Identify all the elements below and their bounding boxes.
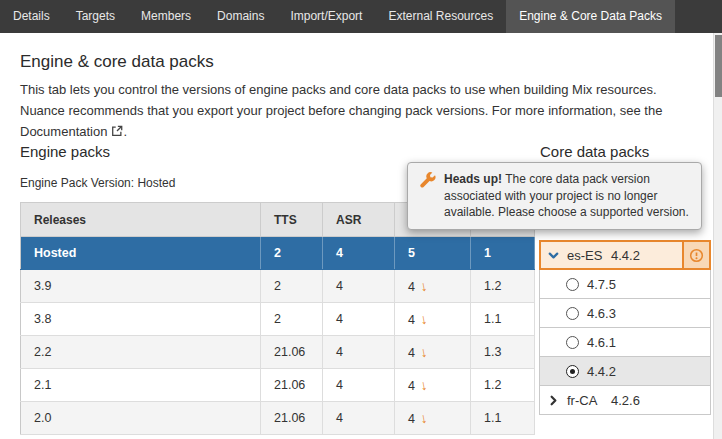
warning-icon[interactable] (682, 242, 709, 268)
pack-row-es-es[interactable]: es-ES4.4.2 (539, 240, 711, 270)
tab-targets[interactable]: Targets (63, 0, 128, 33)
value-cell: 4 (323, 402, 395, 435)
column-header-asr: ASR (323, 203, 395, 237)
project-tab-bar: DetailsTargetsMembersDomainsImport/Expor… (0, 0, 722, 33)
radio-icon[interactable] (566, 307, 579, 320)
engine-pack-row-2.1[interactable]: 2.121.0644↓1.2 (21, 369, 535, 402)
pack-version-option-4.6.3[interactable]: 4.6.3 (539, 299, 711, 328)
release-cell: 3.9 (21, 270, 261, 303)
engine-packs-heading: Engine packs (20, 143, 110, 160)
vertical-scrollbar[interactable] (713, 33, 722, 439)
value-cell: 4 (323, 369, 395, 402)
tab-import-export[interactable]: Import/Export (277, 0, 375, 33)
downgrade-arrow-icon: ↓ (419, 311, 429, 328)
pack-version-label: 4.4.2 (611, 248, 640, 263)
engine-pack-row-hosted[interactable]: Hosted2451 (21, 237, 535, 270)
pack-version-option-4.6.1[interactable]: 4.6.1 (539, 328, 711, 357)
tab-domains[interactable]: Domains (204, 0, 277, 33)
pack-locale-label: es-ES (567, 248, 609, 263)
wrench-icon (420, 172, 436, 221)
engine-pack-row-2.0[interactable]: 2.021.0644↓1.1 (21, 402, 535, 435)
value-cell: 4 (323, 303, 395, 336)
pack-version-label: 4.2.6 (611, 393, 640, 408)
radio-selected-icon[interactable] (566, 365, 579, 378)
scrollbar-thumb[interactable] (715, 35, 722, 97)
value-cell: 1.2 (471, 369, 535, 402)
tab-members[interactable]: Members (128, 0, 204, 33)
release-cell: 2.0 (21, 402, 261, 435)
engine-pack-row-3.8[interactable]: 3.8244↓1.1 (21, 303, 535, 336)
external-link-icon (111, 123, 123, 144)
pack-version-option-4.7.5[interactable]: 4.7.5 (539, 270, 711, 299)
value-cell: 4↓ (395, 402, 471, 435)
popover-text: Heads up! The core data pack version ass… (444, 171, 689, 221)
core-data-packs-list: es-ES4.4.24.7.54.6.34.6.14.4.2fr-CA4.2.6 (539, 240, 711, 415)
heads-up-popover: Heads up! The core data pack version ass… (407, 162, 702, 230)
radio-icon[interactable] (566, 336, 579, 349)
tab-engine-core-data-packs[interactable]: Engine & Core Data Packs (506, 0, 675, 33)
value-cell: 4 (323, 237, 395, 270)
downgrade-arrow-icon: ↓ (419, 278, 429, 295)
value-cell: 21.06 (261, 336, 323, 369)
pack-row-fr-ca[interactable]: fr-CA4.2.6 (539, 386, 711, 415)
downgrade-arrow-icon: ↓ (419, 410, 429, 427)
documentation-link[interactable]: Documentation (20, 124, 123, 139)
release-cell: Hosted (21, 237, 261, 270)
release-cell: 2.2 (21, 336, 261, 369)
value-cell: 4↓ (395, 369, 471, 402)
engine-pack-row-3.9[interactable]: 3.9244↓1.2 (21, 270, 535, 303)
value-cell: 1.1 (471, 402, 535, 435)
value-cell: 1.2 (471, 270, 535, 303)
engine-packs-table: ReleasesTTSASR Hosted24513.9244↓1.23.824… (20, 202, 535, 435)
downgrade-arrow-icon: ↓ (419, 377, 429, 394)
value-cell: 2 (261, 237, 323, 270)
downgrade-arrow-icon: ↓ (419, 344, 429, 361)
release-cell: 3.8 (21, 303, 261, 336)
value-cell: 4 (323, 270, 395, 303)
description-text-before: This tab lets you control the versions o… (20, 82, 662, 118)
core-data-packs-heading: Core data packs (540, 143, 649, 160)
engine-pack-version-label: Engine Pack Version: Hosted (20, 176, 175, 190)
value-cell: 2 (261, 270, 323, 303)
value-cell: 21.06 (261, 369, 323, 402)
documentation-link-label: Documentation (20, 124, 107, 139)
column-header-tts: TTS (261, 203, 323, 237)
value-cell: 1.3 (471, 336, 535, 369)
engine-pack-row-2.2[interactable]: 2.221.0644↓1.3 (21, 336, 535, 369)
option-version-label: 4.6.3 (587, 306, 616, 321)
radio-icon[interactable] (566, 278, 579, 291)
release-cell: 2.1 (21, 369, 261, 402)
option-version-label: 4.6.1 (587, 335, 616, 350)
page-description: This tab lets you control the versions o… (20, 80, 700, 143)
pack-version-option-4.4.2[interactable]: 4.4.2 (539, 357, 711, 386)
value-cell: 1 (471, 237, 535, 270)
column-header-releases: Releases (21, 203, 261, 237)
popover-title: Heads up! (444, 172, 502, 186)
chevron-down-icon[interactable] (547, 249, 562, 262)
chevron-right-icon[interactable] (547, 394, 562, 407)
description-text-after: . (123, 124, 127, 139)
value-cell: 4↓ (395, 303, 471, 336)
value-cell: 2 (261, 303, 323, 336)
value-cell: 1.1 (471, 303, 535, 336)
value-cell: 21.06 (261, 402, 323, 435)
tab-external-resources[interactable]: External Resources (375, 0, 506, 33)
option-version-label: 4.4.2 (587, 364, 616, 379)
value-cell: 4↓ (395, 270, 471, 303)
value-cell: 4↓ (395, 336, 471, 369)
pack-locale-label: fr-CA (567, 393, 609, 408)
page-title: Engine & core data packs (20, 52, 214, 72)
tab-details[interactable]: Details (0, 0, 63, 33)
option-version-label: 4.7.5 (587, 277, 616, 292)
value-cell: 5 (395, 237, 471, 270)
value-cell: 4 (323, 336, 395, 369)
